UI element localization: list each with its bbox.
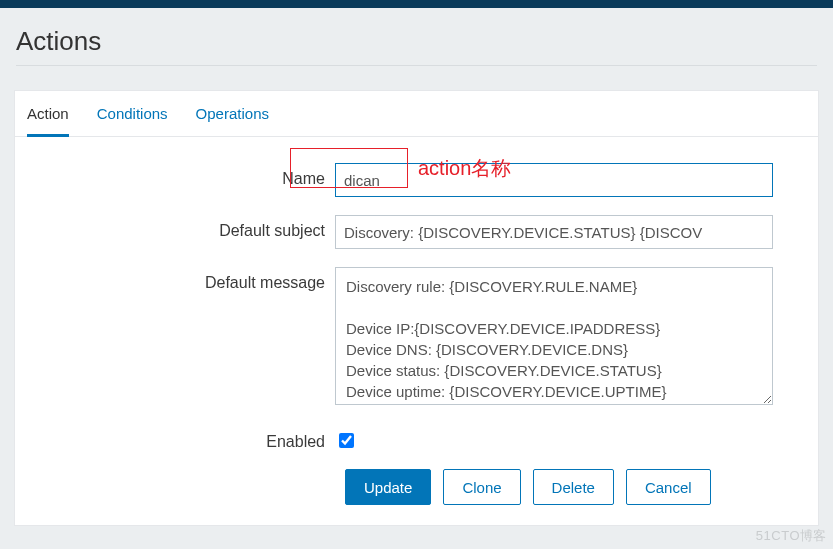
form-card: Action Conditions Operations Name Defaul… [14,90,819,526]
label-default-message: Default message [35,267,335,292]
row-enabled: Enabled [35,426,798,451]
action-form: Name Default subject Default message Ena… [15,137,818,525]
label-enabled: Enabled [35,426,335,451]
clone-button[interactable]: Clone [443,469,520,505]
page-title: Actions [16,26,817,57]
row-default-subject: Default subject [35,215,798,249]
cancel-button[interactable]: Cancel [626,469,711,505]
default-message-textarea[interactable] [335,267,773,405]
update-button[interactable]: Update [345,469,431,505]
top-nav-bar [0,0,833,8]
header-divider [16,65,817,66]
button-row: Update Clone Delete Cancel [345,469,798,505]
label-default-subject: Default subject [35,215,335,240]
tab-action[interactable]: Action [27,105,69,137]
tab-conditions[interactable]: Conditions [97,105,168,137]
tab-bar: Action Conditions Operations [15,91,818,137]
label-name: Name [35,163,335,188]
row-default-message: Default message [35,267,798,408]
tab-operations[interactable]: Operations [196,105,269,137]
default-subject-input[interactable] [335,215,773,249]
watermark-text: 51CTO博客 [756,527,827,545]
name-input[interactable] [335,163,773,197]
page-header: Actions [0,8,833,80]
row-name: Name [35,163,798,197]
enabled-checkbox[interactable] [339,433,354,448]
delete-button[interactable]: Delete [533,469,614,505]
